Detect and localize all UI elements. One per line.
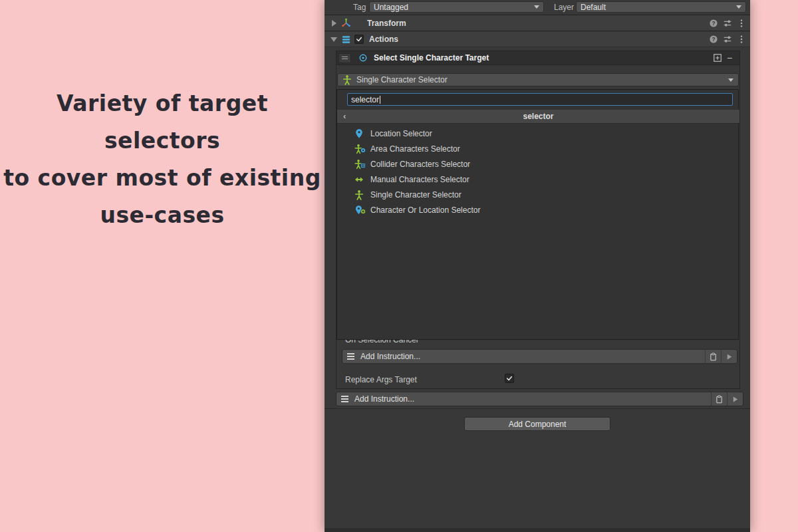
help-icon[interactable]: ? (708, 33, 720, 45)
character-or-location-icon (354, 205, 364, 215)
actions-title: Actions (369, 35, 398, 44)
layer-value: Default (581, 3, 606, 12)
list-item[interactable]: Collider Characters Selector (337, 156, 739, 172)
list-item[interactable]: Manual Characters Selector (337, 172, 739, 187)
svg-text:?: ? (712, 36, 715, 43)
foldout-right-icon[interactable] (328, 17, 340, 29)
actions-icon (340, 33, 352, 45)
selector-search-input[interactable]: selector (347, 93, 733, 106)
help-icon[interactable]: ? (708, 17, 720, 29)
selector-list: Location Selector Area Characters Select… (337, 126, 739, 217)
list-item-label: Area Characters Selector (370, 144, 460, 154)
selector-search-popup: selector ‹ selector Location Selector (336, 89, 739, 340)
action-item-box: Select Single Character Target − Single … (336, 51, 740, 389)
selector-type-dropdown[interactable]: Single Character Selector (337, 73, 739, 86)
add-instruction-label: Add Instruction... (360, 352, 420, 361)
list-item-label: Manual Characters Selector (370, 175, 469, 184)
hamburger-icon (347, 353, 354, 360)
transform-header[interactable]: Transform ? (325, 15, 750, 31)
add-component-button[interactable]: Add Component (464, 417, 610, 431)
list-item[interactable]: Area Characters Selector (337, 141, 739, 156)
square-badge-icon (360, 161, 366, 170)
search-text: selector (351, 95, 379, 104)
target-icon (357, 52, 369, 64)
area-characters-icon (354, 144, 364, 154)
remove-action-icon[interactable]: − (724, 52, 735, 64)
back-chevron-icon[interactable]: ‹ (343, 111, 346, 121)
add-action-icon[interactable] (712, 52, 724, 64)
list-item[interactable]: Location Selector (337, 126, 739, 141)
actions-enabled-checkbox[interactable] (354, 35, 364, 44)
annotation-text: Variety of target selectors to cover mos… (0, 85, 325, 234)
annotation-line-1: Variety of target selectors (0, 85, 325, 160)
collider-characters-icon (354, 159, 364, 170)
hamburger-icon (341, 396, 348, 402)
single-character-icon (354, 190, 364, 200)
selector-type-value: Single Character Selector (356, 75, 448, 84)
page: Variety of target selectors to cover mos… (0, 0, 798, 532)
presets-icon[interactable] (722, 17, 733, 29)
paste-clipboard-icon[interactable] (705, 350, 721, 363)
presets-icon[interactable] (722, 33, 733, 45)
layer-label: Layer (554, 3, 574, 12)
tag-label: Tag (353, 3, 366, 12)
transform-icon (340, 17, 352, 29)
kebab-menu-icon[interactable] (735, 17, 747, 29)
annotation-line-2: to cover most of existing (0, 160, 325, 197)
chevron-down-icon (534, 5, 539, 9)
panel-bottom-edge (325, 528, 750, 532)
annotation-line-3: use-cases (0, 197, 325, 234)
add-instruction-button-outer[interactable]: Add Instruction... (336, 392, 743, 406)
foldout-down-icon[interactable] (328, 33, 340, 45)
list-item-label: Collider Characters Selector (370, 160, 470, 169)
action-item-header[interactable]: Select Single Character Target − (336, 51, 739, 65)
drag-handle-icon[interactable] (338, 53, 351, 63)
tag-dropdown[interactable]: Untagged (369, 1, 544, 13)
kebab-menu-icon[interactable] (735, 33, 747, 45)
paste-clipboard-icon[interactable] (711, 392, 727, 406)
breadcrumb-title: selector (523, 112, 553, 121)
single-character-icon (342, 74, 352, 85)
plus-badge-icon (360, 207, 366, 216)
list-item-label: Character Or Location Selector (370, 205, 480, 215)
text-caret (380, 96, 380, 104)
popup-breadcrumb[interactable]: ‹ selector (337, 110, 739, 124)
chevron-down-icon (736, 5, 741, 9)
layer-dropdown[interactable]: Default (576, 1, 746, 13)
list-item[interactable]: Character Or Location Selector (337, 202, 739, 217)
transform-title: Transform (367, 19, 406, 28)
actions-header[interactable]: Actions ? (325, 32, 750, 47)
replace-args-checkbox[interactable] (505, 374, 514, 383)
circle-badge-icon (360, 146, 366, 155)
list-item-label: Single Character Selector (370, 190, 462, 200)
replace-args-label: Replace Args Target (345, 375, 417, 384)
tag-value: Untagged (374, 3, 408, 12)
list-item[interactable]: Single Character Selector (337, 187, 739, 202)
add-component-label: Add Component (509, 420, 567, 429)
chevron-down-icon (728, 78, 733, 82)
inspector-panel: Tag Untagged Layer Default Transform (325, 0, 750, 532)
divider (325, 408, 750, 409)
play-icon[interactable] (727, 392, 743, 406)
list-item-label: Location Selector (370, 129, 432, 138)
location-pin-icon (354, 128, 364, 139)
manual-characters-icon (354, 174, 364, 185)
action-title: Select Single Character Target (374, 53, 489, 63)
add-instruction-button[interactable]: Add Instruction... (342, 349, 737, 364)
gameobject-foldout-icon[interactable] (340, 0, 347, 7)
svg-text:?: ? (712, 19, 715, 26)
add-instruction-label: Add Instruction... (354, 394, 414, 404)
play-icon[interactable] (721, 350, 737, 363)
